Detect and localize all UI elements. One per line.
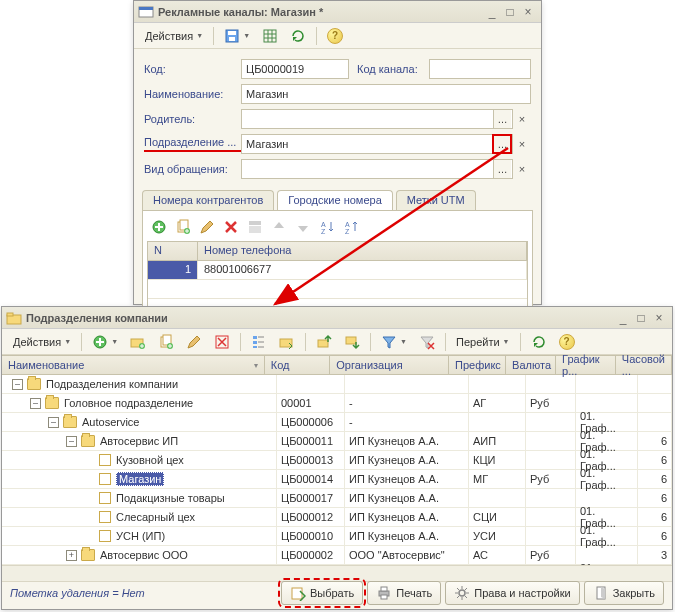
mark-delete-button[interactable] xyxy=(209,331,235,353)
collapse-button[interactable]: – xyxy=(48,417,59,428)
cell-code: ЦБ000006 xyxy=(277,413,345,431)
tree-row[interactable]: –AutoserviceЦБ000006-01. Граф... xyxy=(2,413,672,432)
parent-field[interactable]: … xyxy=(241,109,513,129)
cell-hour: 6 xyxy=(638,470,672,488)
minimize-button[interactable]: _ xyxy=(483,4,501,20)
close-button[interactable]: × xyxy=(650,310,668,326)
tree-row[interactable]: –Автосервис ИПЦБ000011ИП Кузнецов А.А.АИ… xyxy=(2,432,672,451)
sort-asc-button[interactable]: AZ xyxy=(317,217,337,237)
save-button[interactable]: ▼ xyxy=(219,25,255,47)
expand-button[interactable]: + xyxy=(66,550,77,561)
tree-row[interactable]: –Подразделения компании xyxy=(2,375,672,394)
scrollbar-area[interactable] xyxy=(2,565,672,581)
maximize-button[interactable]: □ xyxy=(501,4,519,20)
name-field[interactable] xyxy=(241,84,531,104)
clear-filter-button[interactable] xyxy=(414,331,440,353)
cell-pref: СЦИ xyxy=(469,508,526,526)
edit-row-button[interactable] xyxy=(197,217,217,237)
minimize-button[interactable]: _ xyxy=(614,310,632,326)
print-button[interactable]: Печать xyxy=(367,581,441,605)
select-button[interactable]: Выбрать xyxy=(281,581,363,605)
titlebar[interactable]: Рекламные каналы: Магазин * _ □ × xyxy=(134,1,541,23)
col-hour[interactable]: Часовой ... xyxy=(616,356,672,374)
level-up-button[interactable] xyxy=(311,331,337,353)
col-org[interactable]: Организация xyxy=(330,356,449,374)
actions-menu[interactable]: Действия ▼ xyxy=(8,331,76,353)
refresh-button[interactable] xyxy=(285,25,311,47)
channel-code-input[interactable] xyxy=(434,63,526,75)
add-folder-button[interactable] xyxy=(125,331,151,353)
tree-row[interactable]: +Автосервис ОООЦБ000002ООО "Автосервис"А… xyxy=(2,546,672,565)
row-name-text: Автосервис ООО xyxy=(100,549,188,561)
svg-text:Z: Z xyxy=(321,228,326,235)
hierarchy-button[interactable] xyxy=(246,331,272,353)
grid-ok-icon xyxy=(247,219,263,235)
maximize-button[interactable]: □ xyxy=(632,310,650,326)
move-up-button[interactable] xyxy=(269,217,289,237)
collapse-button[interactable]: – xyxy=(12,379,23,390)
code-field[interactable] xyxy=(241,59,349,79)
delete-row-button[interactable] xyxy=(221,217,241,237)
parent-input[interactable] xyxy=(246,113,508,125)
collapse-button[interactable]: – xyxy=(66,436,77,447)
grid-row[interactable]: 1 88001006677 xyxy=(148,261,527,280)
refresh-button[interactable] xyxy=(526,331,552,353)
tree-grid-header: Наименование▾ Код Организация Префикс Ва… xyxy=(2,355,672,375)
tree-row[interactable]: УСН (ИП)ЦБ000010ИП Кузнецов А.А.УСИ01. Г… xyxy=(2,527,672,546)
rights-button[interactable]: Права и настройки xyxy=(445,581,579,605)
col-prefix[interactable]: Префикс xyxy=(449,356,506,374)
col-n[interactable]: N xyxy=(148,242,198,260)
sort-desc-button[interactable]: AZ xyxy=(341,217,361,237)
tab-city-numbers[interactable]: Городские номера xyxy=(277,190,393,210)
col-name[interactable]: Наименование▾ xyxy=(2,356,265,374)
level-down-button[interactable] xyxy=(339,331,365,353)
filter-button[interactable]: ▼ xyxy=(376,331,412,353)
help-button[interactable]: ? xyxy=(322,25,348,47)
grid-action-button[interactable] xyxy=(257,25,283,47)
tree-row[interactable]: Слесарный цехЦБ000012ИП Кузнецов А.А.СЦИ… xyxy=(2,508,672,527)
chevron-down-icon: ▼ xyxy=(503,338,510,345)
tabs: Номера контрагентов Городские номера Мет… xyxy=(134,190,541,210)
finish-edit-button[interactable] xyxy=(245,217,265,237)
close-footer-button[interactable]: Закрыть xyxy=(584,581,664,605)
close-button[interactable]: × xyxy=(519,4,537,20)
actions-menu[interactable]: Действия ▼ xyxy=(140,25,208,47)
division-picker-button[interactable]: … xyxy=(493,135,511,153)
division-clear-button[interactable]: × xyxy=(513,134,531,154)
tree-row[interactable]: Подакцизные товарыЦБ000017ИП Кузнецов А.… xyxy=(2,489,672,508)
name-input[interactable] xyxy=(246,88,526,100)
tab-utm[interactable]: Метки UTM xyxy=(396,190,476,210)
col-phone[interactable]: Номер телефона xyxy=(198,242,527,260)
goto-menu[interactable]: Перейти ▼ xyxy=(451,331,515,353)
tree-row[interactable]: Кузовной цехЦБ000013ИП Кузнецов А.А.КЦИ0… xyxy=(2,451,672,470)
parent-picker-button[interactable]: … xyxy=(493,110,511,128)
col-currency[interactable]: Валюта xyxy=(506,356,556,374)
tree-body[interactable]: –Подразделения компании–Головное подразд… xyxy=(2,375,672,565)
appeal-clear-button[interactable]: × xyxy=(513,159,531,179)
collapse-button[interactable]: – xyxy=(30,398,41,409)
copy-button[interactable] xyxy=(153,331,179,353)
copy-row-button[interactable] xyxy=(173,217,193,237)
parent-clear-button[interactable]: × xyxy=(513,109,531,129)
channel-code-field[interactable] xyxy=(429,59,531,79)
add-row-button[interactable] xyxy=(149,217,169,237)
code-input[interactable] xyxy=(246,63,344,75)
move-to-group-button[interactable] xyxy=(274,331,300,353)
appeal-field[interactable]: … xyxy=(241,159,513,179)
appeal-picker-button[interactable]: … xyxy=(493,160,511,178)
cell-org: ИП Кузнецов А.А. xyxy=(345,508,469,526)
move-down-button[interactable] xyxy=(293,217,313,237)
tab-contragent-numbers[interactable]: Номера контрагентов xyxy=(142,190,274,210)
filter-status: Пометка удаления = Нет xyxy=(10,587,145,599)
tree-row[interactable]: –Головное подразделение00001-АГРуб xyxy=(2,394,672,413)
add-button[interactable]: ▼ xyxy=(87,331,123,353)
division-input[interactable] xyxy=(246,138,508,150)
appeal-input[interactable] xyxy=(246,163,508,175)
col-code[interactable]: Код xyxy=(265,356,330,374)
tree-row[interactable]: МагазинЦБ000014ИП Кузнецов А.А.МГРуб01. … xyxy=(2,470,672,489)
col-schedule[interactable]: График р... xyxy=(556,356,616,374)
division-field[interactable]: … xyxy=(241,134,513,154)
help-button[interactable]: ? xyxy=(554,331,580,353)
edit-button[interactable] xyxy=(181,331,207,353)
titlebar[interactable]: Подразделения компании _ □ × xyxy=(2,307,672,329)
